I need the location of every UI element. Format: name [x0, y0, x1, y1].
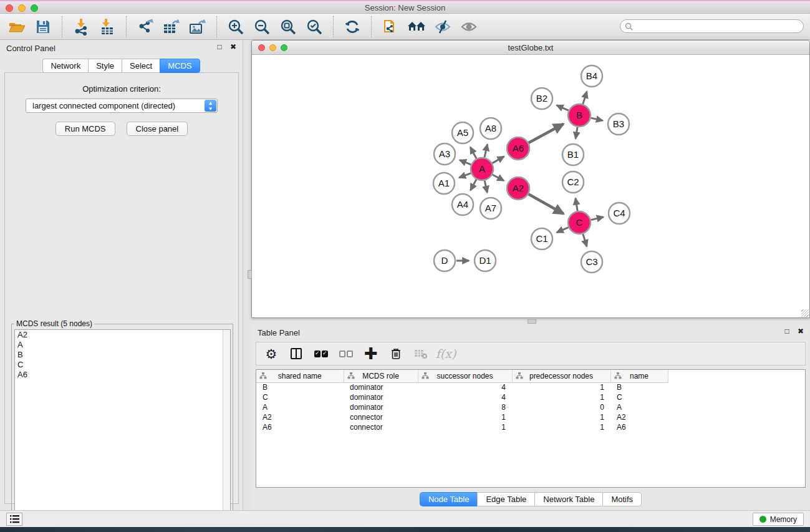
mcds-result-list[interactable]: A2ABCA6 — [14, 329, 231, 532]
zoom-out-button[interactable] — [249, 16, 275, 37]
tab-network-table[interactable]: Network Table — [534, 492, 602, 506]
table-cell[interactable]: C — [256, 392, 344, 402]
mcds-result-item[interactable]: A2 — [15, 330, 230, 340]
tab-node-table[interactable]: Node Table — [420, 492, 478, 506]
mcds-result-item[interactable]: A6 — [15, 370, 230, 380]
refresh-view-button[interactable] — [339, 16, 365, 37]
table-cell[interactable]: 8 — [418, 402, 512, 412]
table-cell[interactable]: B — [610, 382, 668, 392]
network-graph-canvas[interactable]: B4B2BB3A8A5A6A3B1AC2A1A2A4A7C4CC1DD1C3 — [253, 55, 809, 317]
table-settings-button[interactable]: ⚙ — [264, 346, 279, 361]
graph-node-D1[interactable]: D1 — [475, 250, 496, 271]
table-row[interactable]: Cdominator41C — [256, 392, 680, 402]
show-details-button[interactable] — [456, 16, 482, 37]
clone-network-button[interactable] — [377, 16, 403, 37]
window-resize-grip[interactable] — [801, 309, 809, 317]
table-cell[interactable]: connector — [344, 422, 418, 432]
graph-edge-A-A2[interactable] — [493, 175, 504, 181]
run-mcds-button[interactable]: Run MCDS — [55, 122, 115, 136]
show-columns-button[interactable] — [289, 346, 304, 361]
graph-node-A6[interactable]: A6 — [507, 137, 529, 160]
delete-table-button[interactable] — [413, 346, 428, 361]
tab-style[interactable]: Style — [88, 59, 122, 73]
graph-node-A1[interactable]: A1 — [433, 173, 455, 194]
graph-edge-C-C3[interactable] — [583, 234, 587, 246]
table-cell[interactable]: A2 — [256, 412, 344, 422]
graph-node-A4[interactable]: A4 — [452, 194, 473, 215]
graph-node-C2[interactable]: C2 — [562, 172, 584, 193]
table-cell[interactable]: 0 — [512, 402, 610, 412]
search-field[interactable] — [620, 19, 804, 33]
close-panel-icon[interactable]: ✖ — [229, 42, 238, 51]
graph-node-A2[interactable]: A2 — [507, 177, 529, 200]
graph-edge-B-B4[interactable] — [583, 92, 587, 104]
table-cell[interactable]: dominator — [344, 382, 418, 392]
graph-edge-A-A1[interactable] — [459, 173, 471, 178]
splitter-handle[interactable] — [248, 270, 252, 279]
home-button[interactable] — [403, 16, 430, 37]
save-session-button[interactable] — [30, 16, 56, 37]
table-row[interactable]: A2connector11A2 — [256, 412, 680, 422]
graph-node-B4[interactable]: B4 — [581, 65, 602, 87]
table-cell[interactable]: 1 — [512, 422, 610, 432]
graph-edge-A-A4[interactable] — [470, 180, 476, 190]
table-cell[interactable]: 1 — [418, 412, 512, 422]
table-cell[interactable]: A2 — [610, 412, 668, 422]
graph-node-A[interactable]: A — [471, 158, 493, 180]
mcds-result-item[interactable]: A — [15, 340, 230, 350]
table-cell[interactable]: connector — [344, 412, 418, 422]
table-row[interactable]: A6connector11A6 — [256, 422, 680, 432]
graph-node-C[interactable]: C — [568, 211, 591, 234]
graph-edge-A2-C[interactable] — [529, 194, 564, 214]
table-cell[interactable]: C — [610, 392, 668, 402]
memory-button[interactable]: Memory — [753, 513, 804, 526]
graph-node-B1[interactable]: B1 — [562, 144, 584, 165]
table-cell[interactable]: 4 — [418, 382, 512, 392]
function-builder-button[interactable]: f(x) — [438, 346, 453, 361]
graph-node-C3[interactable]: C3 — [581, 251, 602, 273]
graph-node-D[interactable]: D — [434, 250, 455, 271]
graph-edge-C-C4[interactable] — [591, 217, 603, 220]
search-input[interactable] — [633, 21, 803, 32]
export-table-button[interactable] — [158, 16, 185, 37]
open-session-button[interactable] — [4, 16, 30, 37]
zoom-selected-button[interactable] — [301, 16, 327, 37]
export-network-button[interactable] — [132, 16, 158, 37]
table-row[interactable]: Bdominator41B — [256, 382, 680, 392]
table-cell[interactable]: 1 — [512, 412, 610, 422]
float-panel-icon[interactable]: □ — [215, 42, 224, 51]
delete-column-button[interactable] — [388, 346, 403, 361]
graph-edge-C-C1[interactable] — [557, 228, 569, 233]
close-panel-button[interactable]: Close panel — [127, 122, 188, 136]
graph-node-A3[interactable]: A3 — [434, 143, 455, 165]
column-header-shared-name[interactable]: shared name — [256, 370, 344, 382]
graph-node-A8[interactable]: A8 — [480, 118, 501, 139]
tab-motifs[interactable]: Motifs — [602, 492, 642, 506]
table-cell[interactable]: A — [256, 402, 344, 412]
table-row[interactable]: Adominator80A — [256, 402, 680, 412]
table-cell[interactable]: 4 — [418, 392, 512, 402]
graph-edge-A-A6[interactable] — [493, 157, 504, 163]
splitter-handle[interactable] — [528, 319, 536, 324]
column-header-MCDS-role[interactable]: MCDS role — [344, 370, 418, 382]
column-header-predecessor-nodes[interactable]: predecessor nodes — [512, 370, 610, 382]
zoom-fit-button[interactable] — [275, 16, 301, 37]
node-table[interactable]: shared nameMCDS rolesuccessor nodesprede… — [256, 369, 806, 488]
table-cell[interactable]: B — [256, 382, 344, 392]
deselect-all-button[interactable] — [339, 346, 354, 361]
graph-edge-A6-B[interactable] — [529, 124, 564, 143]
import-network-button[interactable] — [68, 16, 94, 37]
export-image-button[interactable] — [185, 16, 211, 37]
graph-edge-A-A3[interactable] — [460, 160, 471, 165]
graph-node-B2[interactable]: B2 — [531, 88, 552, 109]
table-cell[interactable]: dominator — [344, 392, 418, 402]
graph-edge-B-B2[interactable] — [557, 105, 569, 111]
close-panel-icon[interactable]: ✖ — [796, 327, 805, 336]
graph-node-C4[interactable]: C4 — [609, 203, 630, 224]
tab-select[interactable]: Select — [122, 59, 160, 73]
table-cell[interactable]: 1 — [512, 382, 610, 392]
column-header-successor-nodes[interactable]: successor nodes — [418, 370, 512, 382]
table-cell[interactable]: dominator — [344, 402, 418, 412]
zoom-in-button[interactable] — [223, 16, 249, 37]
table-cell[interactable]: A6 — [610, 422, 668, 432]
